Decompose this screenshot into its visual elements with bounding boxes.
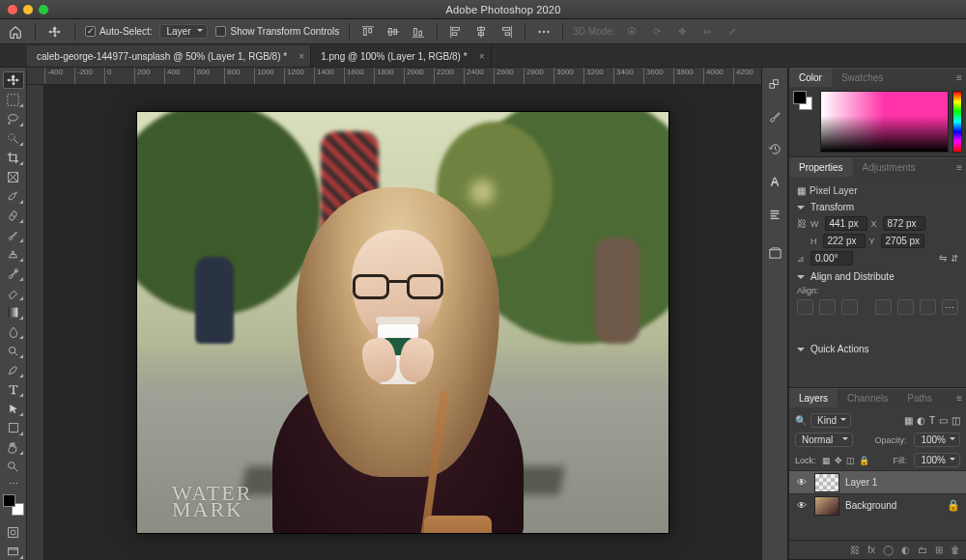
layer-fx-icon[interactable]: fx xyxy=(867,545,875,555)
close-window-button[interactable] xyxy=(8,5,17,14)
align-right-edges-icon[interactable] xyxy=(497,23,515,41)
align-bottom-icon[interactable] xyxy=(920,299,936,315)
hue-slider[interactable] xyxy=(952,91,962,153)
layer-filter-kind-dropdown[interactable]: Kind xyxy=(810,413,851,428)
layer-name[interactable]: Background xyxy=(845,500,941,511)
document-tab[interactable]: caleb-george-144977-unsplash @ 50% (Laye… xyxy=(27,45,311,67)
align-top-icon[interactable] xyxy=(875,299,892,315)
zoom-tool[interactable] xyxy=(3,458,24,475)
libraries-panel-icon[interactable] xyxy=(765,243,784,263)
shape-tool[interactable] xyxy=(3,419,24,436)
color-picker-field[interactable] xyxy=(820,91,949,153)
transform-y-field[interactable]: 2705 px xyxy=(881,234,925,248)
dodge-tool[interactable] xyxy=(3,342,24,359)
crop-tool[interactable] xyxy=(3,149,24,166)
more-align-icon[interactable] xyxy=(535,23,553,41)
home-icon[interactable] xyxy=(6,22,25,42)
panel-tab-swatches[interactable]: Swatches xyxy=(832,69,893,87)
more-align-icon[interactable]: ⋯ xyxy=(942,299,958,315)
filter-shape-icon[interactable]: ▭ xyxy=(939,415,948,426)
section-quick-actions[interactable]: Quick Actions xyxy=(797,344,958,354)
panel-menu-icon[interactable]: ≡ xyxy=(956,393,962,404)
filter-smart-icon[interactable]: ◫ xyxy=(952,415,960,426)
layer-thumbnail[interactable] xyxy=(814,496,839,516)
paragraph-panel-icon[interactable] xyxy=(765,205,784,224)
section-align[interactable]: Align and Distribute xyxy=(797,271,958,282)
eraser-tool[interactable] xyxy=(3,284,24,301)
search-icon[interactable]: 🔍 xyxy=(795,415,807,426)
brush-tool[interactable] xyxy=(3,226,24,243)
auto-select-target-dropdown[interactable]: Layer xyxy=(159,24,208,39)
lock-position-icon[interactable]: ✥ xyxy=(835,456,842,465)
align-left-icon[interactable] xyxy=(797,299,813,315)
panel-tab-layers[interactable]: Layers xyxy=(789,389,838,407)
fill-field[interactable]: 100% xyxy=(914,453,960,467)
gradient-tool[interactable] xyxy=(3,303,24,321)
frame-tool[interactable] xyxy=(3,168,24,185)
edit-toolbar-icon[interactable]: ⋯ xyxy=(3,477,24,489)
visibility-toggle-icon[interactable]: 👁 xyxy=(795,477,809,488)
eyedropper-tool[interactable] xyxy=(3,187,24,205)
move-tool-preset-icon[interactable] xyxy=(45,22,65,42)
panel-menu-icon[interactable]: ≡ xyxy=(956,72,962,83)
panel-tab-channels[interactable]: Channels xyxy=(838,389,897,407)
move-tool[interactable] xyxy=(3,71,24,89)
visibility-toggle-icon[interactable]: 👁 xyxy=(795,500,809,511)
layer-mask-icon[interactable]: ◯ xyxy=(883,545,894,555)
lock-artboard-icon[interactable]: ◫ xyxy=(846,456,855,465)
flip-h-icon[interactable]: ⇋ xyxy=(939,253,947,264)
history-brush-tool[interactable] xyxy=(3,265,24,282)
adjustment-layer-icon[interactable]: ◐ xyxy=(901,545,910,555)
color-panel-icon[interactable] xyxy=(765,73,784,93)
lasso-tool[interactable] xyxy=(3,110,24,127)
transform-height-field[interactable]: 222 px xyxy=(823,234,866,248)
document-canvas[interactable]: WATER MARK xyxy=(137,112,668,533)
align-vcenter-icon[interactable] xyxy=(897,299,914,315)
character-panel-icon[interactable] xyxy=(765,172,784,191)
lock-pixels-icon[interactable]: ▦ xyxy=(822,456,831,465)
vertical-ruler[interactable] xyxy=(27,85,44,560)
align-bottom-edges-icon[interactable] xyxy=(410,23,427,41)
brushes-panel-icon[interactable] xyxy=(765,106,784,126)
quick-mask-icon[interactable] xyxy=(3,523,24,541)
foreground-color-swatch[interactable] xyxy=(3,494,15,507)
3d-orbit-icon[interactable]: ⦿ xyxy=(623,23,640,41)
group-icon[interactable]: 🗀 xyxy=(918,545,927,555)
filter-pixel-icon[interactable]: ▦ xyxy=(904,415,913,426)
align-hcenter-icon[interactable] xyxy=(819,299,836,315)
lock-all-icon[interactable]: 🔒 xyxy=(859,456,869,465)
align-left-edges-icon[interactable] xyxy=(447,23,465,41)
transform-width-field[interactable]: 441 px xyxy=(825,216,867,231)
blend-mode-dropdown[interactable]: Normal xyxy=(795,433,853,447)
layer-row[interactable]: 👁 Layer 1 xyxy=(789,470,966,493)
layer-thumbnail[interactable] xyxy=(814,473,839,492)
filter-type-icon[interactable]: T xyxy=(929,415,935,426)
clone-stamp-tool[interactable] xyxy=(3,245,24,263)
type-tool[interactable] xyxy=(3,380,24,398)
3d-slide-icon[interactable]: ⇔ xyxy=(698,23,716,41)
align-hcenter-icon[interactable] xyxy=(472,23,490,41)
horizontal-ruler[interactable]: -400-20002004006008001000120014001600180… xyxy=(27,68,761,85)
close-tab-icon[interactable]: × xyxy=(298,51,304,62)
opacity-field[interactable]: 100% xyxy=(914,433,960,447)
3d-pan-icon[interactable]: ✥ xyxy=(673,23,691,41)
link-layers-icon[interactable]: ⛓ xyxy=(850,545,860,555)
close-tab-icon[interactable]: × xyxy=(479,51,485,62)
marquee-tool[interactable] xyxy=(3,91,24,108)
history-panel-icon[interactable] xyxy=(765,139,784,158)
color-fg-bg-swatch[interactable] xyxy=(793,91,816,153)
link-wh-icon[interactable]: ⛓ xyxy=(797,218,807,229)
layer-row[interactable]: 👁 Background 🔒 xyxy=(789,493,966,517)
auto-select-checkbox[interactable]: Auto-Select: xyxy=(85,26,152,37)
path-select-tool[interactable] xyxy=(3,400,24,417)
transform-x-field[interactable]: 872 px xyxy=(883,216,925,231)
lock-icon[interactable]: 🔒 xyxy=(947,499,960,512)
document-tab[interactable]: 1.png @ 100% (Layer 1, RGB/8) * × xyxy=(311,45,491,67)
section-transform[interactable]: Transform xyxy=(797,202,958,212)
filter-adjust-icon[interactable]: ◐ xyxy=(917,415,925,426)
panel-tab-adjustments[interactable]: Adjustments xyxy=(853,158,925,177)
align-top-edges-icon[interactable] xyxy=(359,23,377,41)
panel-menu-icon[interactable]: ≡ xyxy=(956,162,962,173)
layer-name[interactable]: Layer 1 xyxy=(845,477,960,488)
hand-tool[interactable] xyxy=(3,438,24,456)
